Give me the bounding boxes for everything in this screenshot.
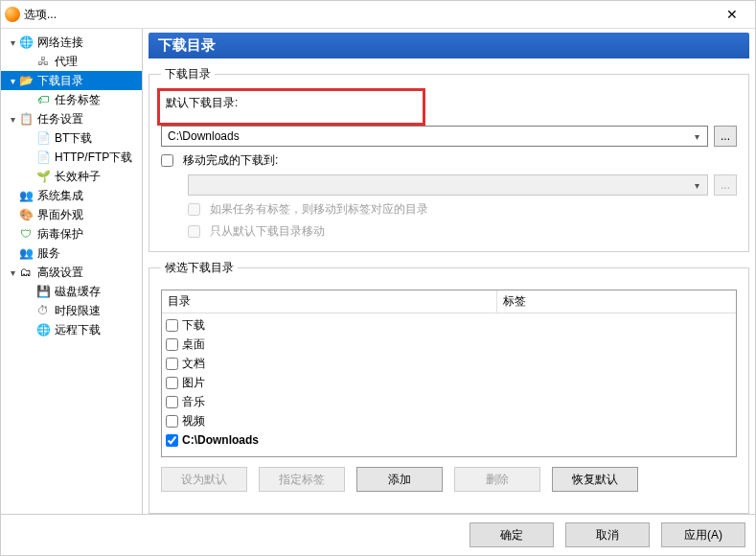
sidebar-item[interactable]: 任务标签: [1, 90, 142, 109]
sidebar-item-label: 磁盘缓存: [55, 284, 101, 300]
candidate-row[interactable]: 音乐: [166, 392, 732, 411]
move-completed-label: 移动完成的下载到:: [183, 152, 278, 169]
sidebar-item[interactable]: ▾任务设置: [1, 109, 142, 128]
delete-button: 删除: [454, 467, 540, 492]
sidebar-item[interactable]: 代理: [1, 52, 142, 71]
apply-button[interactable]: 应用(A): [661, 522, 745, 547]
tree-icon: [35, 130, 51, 146]
sidebar-item-label: 高级设置: [37, 265, 83, 281]
only-default-checkbox: [188, 225, 200, 238]
move-completed-checkbox[interactable]: [161, 154, 173, 167]
candidate-row[interactable]: 文档: [166, 354, 732, 373]
sidebar-item-label: 长效种子: [55, 169, 101, 185]
tree-icon: [18, 226, 34, 242]
sidebar-item-label: 系统集成: [37, 188, 83, 204]
sidebar-item-label: 代理: [55, 54, 78, 70]
tree-icon: [18, 111, 34, 127]
sidebar-item[interactable]: 系统集成: [1, 186, 142, 205]
candidate-checkbox[interactable]: [166, 396, 178, 408]
candidate-label: 桌面: [182, 336, 205, 353]
sidebar-item[interactable]: 磁盘缓存: [1, 282, 142, 301]
candidate-checkbox[interactable]: [166, 434, 178, 447]
candidate-checkbox[interactable]: [166, 338, 178, 351]
sidebar-item-label: 病毒保护: [37, 226, 83, 243]
sidebar-item[interactable]: ▾网络连接: [1, 33, 142, 52]
cancel-button[interactable]: 取消: [565, 522, 650, 547]
col-tag[interactable]: 标签: [497, 290, 736, 313]
candidate-table-header: 目录 标签: [162, 290, 736, 313]
sidebar-item[interactable]: 长效种子: [1, 167, 142, 186]
candidate-label: 音乐: [182, 394, 205, 410]
candidate-row[interactable]: 桌面: [166, 335, 732, 354]
add-button[interactable]: 添加: [356, 467, 443, 492]
default-dir-value: C:\Downloads: [168, 129, 240, 143]
app-icon: [5, 7, 20, 22]
candidate-label: C:\Downloads: [182, 433, 259, 447]
close-icon[interactable]: ✕: [713, 3, 751, 26]
download-dir-group: 下载目录 默认下载目录: C:\Downloads ▾ ... 移动完成的下载到…: [149, 66, 749, 252]
browse-move-button: ...: [714, 174, 737, 196]
tag-move-checkbox: [188, 203, 200, 216]
candidate-label: 视频: [182, 413, 205, 429]
sidebar-item[interactable]: 时段限速: [1, 301, 142, 320]
sidebar-item[interactable]: 病毒保护: [1, 224, 142, 243]
settings-tree: ▾网络连接代理▾下载目录任务标签▾任务设置BT下载HTTP/FTP下载长效种子系…: [1, 29, 143, 514]
candidate-label: 文档: [182, 356, 205, 372]
candidate-checkbox[interactable]: [166, 319, 178, 332]
candidate-row[interactable]: 图片: [166, 373, 732, 392]
tree-icon: [35, 92, 51, 107]
sidebar-item[interactable]: ▾高级设置: [1, 263, 142, 282]
sidebar-item-label: 时段限速: [55, 303, 101, 319]
chevron-down-icon: ▾: [690, 129, 703, 143]
tree-icon: [18, 265, 34, 280]
tree-icon: [18, 73, 34, 88]
move-dir-select: ▾: [188, 174, 708, 196]
tree-icon: [35, 322, 51, 337]
page-title: 下载目录: [149, 33, 749, 58]
tree-icon: [35, 54, 51, 69]
tree-icon: [35, 150, 51, 165]
sidebar-item-label: 下载目录: [37, 73, 83, 89]
browse-default-button[interactable]: ...: [714, 126, 737, 147]
sidebar-item-label: 任务标签: [55, 92, 101, 108]
sidebar-item[interactable]: 界面外观: [1, 205, 142, 224]
col-dir[interactable]: 目录: [162, 290, 497, 313]
sidebar-item-label: 远程下载: [55, 322, 101, 338]
sidebar-item[interactable]: ▾下载目录: [1, 71, 142, 90]
set-tag-button: 指定标签: [259, 467, 345, 492]
window-title: 选项...: [24, 7, 57, 23]
candidate-label: 下载: [182, 317, 205, 334]
sidebar-item-label: HTTP/FTP下载: [55, 150, 132, 166]
title-bar: 选项... ✕: [1, 1, 755, 28]
sidebar-item-label: 服务: [37, 245, 60, 262]
sidebar-item-label: BT下载: [55, 130, 92, 147]
sidebar-item-label: 网络连接: [37, 35, 83, 51]
tree-icon: [18, 188, 34, 203]
sidebar-item[interactable]: BT下载: [1, 128, 142, 148]
candidate-row[interactable]: 视频: [166, 411, 732, 430]
download-dir-legend: 下载目录: [161, 66, 215, 82]
candidate-row[interactable]: C:\Downloads: [166, 430, 732, 450]
chevron-down-icon: ▾: [690, 178, 703, 192]
candidate-checkbox[interactable]: [166, 415, 178, 428]
sidebar-item[interactable]: 远程下载: [1, 320, 142, 339]
sidebar-item[interactable]: 服务: [1, 243, 142, 263]
restore-default-button[interactable]: 恢复默认: [552, 467, 638, 492]
sidebar-item[interactable]: HTTP/FTP下载: [1, 148, 142, 167]
default-dir-select[interactable]: C:\Downloads ▾: [161, 126, 708, 147]
tree-icon: [35, 284, 51, 299]
candidate-checkbox[interactable]: [166, 377, 178, 389]
candidate-row[interactable]: 下载: [166, 315, 732, 335]
candidate-dir-group: 候选下载目录 目录 标签 下载桌面文档图片音乐视频C:\Downloads 设为…: [149, 260, 749, 514]
candidate-checkbox[interactable]: [166, 358, 178, 370]
set-default-button: 设为默认: [161, 467, 247, 492]
default-dir-label: 默认下载目录:: [166, 95, 417, 111]
sidebar-item-label: 任务设置: [37, 111, 83, 127]
only-default-label: 只从默认下载目录移动: [210, 223, 325, 240]
dialog-footer: 确定 取消 应用(A): [1, 514, 755, 555]
sidebar-item-label: 界面外观: [37, 207, 83, 223]
tag-move-label: 如果任务有标签，则移动到标签对应的目录: [210, 201, 428, 218]
ok-button[interactable]: 确定: [470, 522, 554, 547]
highlight-box: 默认下载目录:: [157, 88, 425, 126]
tree-icon: [35, 303, 51, 318]
